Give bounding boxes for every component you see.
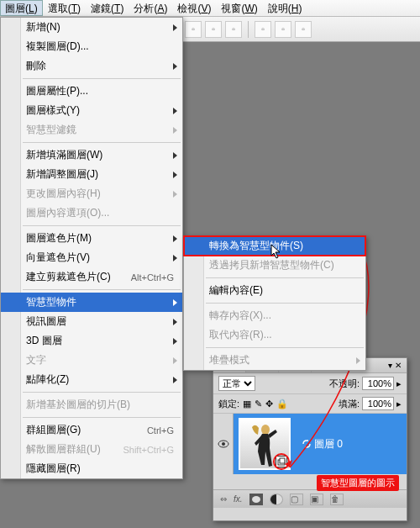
menu-視窗[interactable]: 視窗(W) — [216, 0, 262, 16]
layer-thumbnail[interactable] — [239, 418, 291, 470]
smart-object-menu-item: 堆疊模式 — [184, 351, 365, 370]
svg-point-1 — [222, 442, 225, 446]
opacity-arrow-icon[interactable]: ▸ — [396, 378, 402, 389]
mask-icon[interactable] — [249, 494, 263, 505]
layer-menu-item: 智慧型濾鏡 — [1, 120, 182, 140]
menu-檢視[interactable]: 檢視(V) — [172, 0, 216, 16]
menu-濾鏡[interactable]: 濾鏡(T) — [86, 0, 129, 16]
blend-mode-row: 正常 不透明: ▸ — [213, 373, 407, 394]
panel-footer: ⇔ fx. ▢ ▣ 🗑 — [213, 489, 407, 508]
fx-icon[interactable]: fx. — [234, 494, 243, 504]
annotation-circle — [273, 453, 290, 470]
panel-menu-icon[interactable]: ▾ ✕ — [383, 361, 407, 370]
blend-mode-select[interactable]: 正常 — [218, 376, 255, 391]
layer-menu-item[interactable]: 智慧型物件 — [1, 293, 182, 312]
layer-menu-item[interactable]: 視訊圖層 — [1, 312, 182, 331]
layer-menu-item[interactable]: 3D 圖層 — [1, 331, 182, 351]
eye-icon — [218, 440, 229, 448]
opacity-label: 不透明: — [329, 378, 360, 390]
lock-all-icon[interactable]: 🔒 — [276, 399, 288, 409]
annotation-callout: 智慧型圖層的圖示 — [317, 475, 399, 491]
fill-label: 填滿: — [339, 398, 360, 410]
menu-圖層[interactable]: 圖層(L) — [0, 0, 43, 16]
svg-point-2 — [261, 425, 270, 435]
layer-menu-item[interactable]: 點陣化(Z) — [1, 370, 182, 389]
layer-menu-item: 圖層內容選項(O)... — [1, 203, 182, 223]
layer-menu-item[interactable]: 圖層樣式(Y) — [1, 101, 182, 120]
new-layer-icon[interactable]: ▣ — [310, 494, 323, 505]
layer-menu-item[interactable]: 圖層遮色片(M) — [1, 229, 182, 248]
layer-menu-item[interactable]: 新增填滿圖層(W) — [1, 145, 182, 165]
adjustment-icon[interactable] — [270, 494, 283, 505]
layers-panel[interactable]: 圖層 色版 路徑 ▾ ✕ 正常 不透明: ▸ 鎖定: ▦ ✎ ✥ 🔒 填滿: — [213, 357, 407, 521]
menubar: 圖層(L)選取(T)濾鏡(T)分析(A)檢視(V)視窗(W)說明(H) — [0, 0, 420, 17]
mouse-cursor — [270, 244, 282, 261]
toolbar-d3-icon[interactable]: ▫ — [295, 21, 312, 38]
lock-row: 鎖定: ▦ ✎ ✥ 🔒 填滿: ▸ — [213, 394, 407, 414]
toolbar-align-b-icon[interactable]: ▫ — [225, 21, 242, 38]
menu-說明[interactable]: 說明(H) — [263, 0, 307, 16]
layer-menu-item[interactable]: 圖層屬性(P)... — [1, 82, 182, 101]
toolbar-d1-icon[interactable]: ▫ — [255, 21, 271, 38]
layer-menu-item[interactable]: 建立剪裁遮色片(C)Alt+Ctrl+G — [1, 267, 182, 287]
menu-分析[interactable]: 分析(A) — [129, 0, 172, 16]
layer-menu-item[interactable]: 新增(N) — [1, 18, 182, 37]
toolbar-align-t-icon[interactable]: ▫ — [185, 21, 202, 38]
layer-menu-item[interactable]: 群組圖層(G)Ctrl+G — [1, 420, 182, 440]
layer-menu-item[interactable]: 向量遮色片(V) — [1, 248, 182, 267]
layer-menu-item[interactable]: 複製圖層(D)... — [1, 37, 182, 56]
smart-object-menu-item[interactable]: 編輯內容(E) — [184, 281, 365, 300]
lock-label: 鎖定: — [218, 398, 239, 410]
layer-name[interactable]: 圖層 0 — [302, 437, 343, 451]
smart-object-menu-item: 轉存內容(X)... — [184, 306, 365, 325]
smart-object-menu-item: 取代內容(R)... — [184, 325, 365, 345]
link-icon — [302, 440, 311, 448]
layer-menu-item[interactable]: 新增調整圖層(J) — [1, 165, 182, 184]
lock-transparent-icon[interactable]: ▦ — [243, 399, 251, 409]
visibility-toggle[interactable] — [213, 414, 234, 474]
lock-position-icon[interactable]: ✥ — [265, 399, 273, 409]
layer-menu-item: 新增基於圖層的切片(B) — [1, 395, 182, 414]
layer-menu-item: 文字 — [1, 351, 182, 370]
fill-input[interactable] — [362, 397, 394, 410]
trash-icon[interactable]: 🗑 — [330, 494, 344, 505]
layer-menu-item: 更改圖層內容(H) — [1, 184, 182, 203]
menu-選取[interactable]: 選取(T) — [43, 0, 86, 16]
toolbar-d2-icon[interactable]: ▫ — [275, 21, 291, 38]
layer-menu-item[interactable]: 刪除 — [1, 56, 182, 76]
layer-menu-dropdown[interactable]: 新增(N)複製圖層(D)...刪除圖層屬性(P)...圖層樣式(Y)智慧型濾鏡新… — [0, 17, 183, 479]
link-layers-icon[interactable]: ⇔ — [220, 494, 227, 504]
layer-menu-item: 解散圖層群組(U)Shift+Ctrl+G — [1, 440, 182, 459]
lock-pixels-icon[interactable]: ✎ — [255, 399, 262, 409]
fill-arrow-icon[interactable]: ▸ — [396, 399, 402, 409]
opacity-input[interactable] — [362, 377, 394, 390]
toolbar-align-m-icon[interactable]: ▫ — [205, 21, 222, 38]
layer-row[interactable]: 圖層 0 — [213, 414, 407, 474]
layer-menu-item[interactable]: 隱藏圖層(R) — [1, 459, 182, 478]
group-icon[interactable]: ▢ — [290, 494, 303, 505]
